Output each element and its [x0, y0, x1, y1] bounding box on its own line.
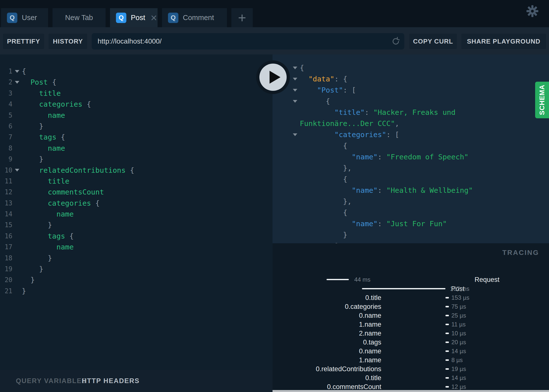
fold-arrow-slot: [290, 163, 300, 174]
code-text: {: [22, 66, 26, 77]
tracing-panel: TRACING Request44 msPost167 ms0.title153…: [273, 243, 549, 392]
trace-duration-bar: [445, 342, 449, 343]
editor-line: 11title: [0, 176, 273, 187]
schema-side-tab[interactable]: SCHEMA: [535, 82, 549, 118]
editor-line: 2Post {: [0, 77, 273, 88]
editor-footer-bar: QUERY VARIABLES HTTP HEADERS: [0, 370, 273, 392]
response-line: {: [273, 174, 549, 185]
response-text: "name": "Health & Wellbeing": [300, 185, 473, 196]
settings-gear-icon[interactable]: [526, 5, 539, 17]
response-line: "name": "Freedom of Speech": [273, 151, 549, 163]
fold-arrow-slot: [12, 198, 22, 209]
fold-arrow-slot: [12, 264, 22, 274]
fold-arrow-slot: [12, 154, 22, 165]
response-text: "Post": [: [300, 85, 356, 96]
line-number: 9: [0, 154, 12, 165]
close-tab-icon[interactable]: ×: [151, 13, 157, 23]
trace-field-label: 0.relatedContributions: [316, 365, 381, 373]
line-number: 14: [0, 209, 12, 220]
fold-arrow-icon[interactable]: [290, 129, 300, 140]
fold-arrow-icon[interactable]: [12, 66, 22, 77]
fold-arrow-slot: [290, 185, 300, 196]
trace-field-label: 0.tags: [363, 338, 381, 347]
line-number: 12: [0, 187, 12, 197]
code-text: categories {: [22, 198, 100, 209]
tracing-horizontal-scrollbar[interactable]: [273, 390, 549, 392]
response-line: "name": "Health & Wellbeing": [273, 185, 549, 196]
tracing-title: TRACING: [502, 249, 539, 257]
fold-arrow-slot: [12, 176, 22, 187]
response-line: },: [273, 196, 549, 207]
editor-line: 21}: [0, 286, 273, 296]
http-headers-tab[interactable]: HTTP HEADERS: [82, 370, 140, 392]
execute-query-button[interactable]: [256, 60, 290, 94]
reload-schema-icon[interactable]: [391, 37, 400, 46]
trace-duration-bar: [327, 279, 349, 280]
line-number: 6: [0, 121, 12, 132]
line-number: 7: [0, 132, 12, 143]
response-line: "data": {: [273, 74, 549, 85]
response-text: Funktionäre...Der CCC",: [300, 118, 399, 129]
fold-arrow-slot: [290, 107, 300, 118]
code-text: name: [22, 110, 65, 121]
line-number: 11: [0, 176, 12, 187]
copy-curl-button[interactable]: COPY CURL: [409, 34, 457, 49]
response-text: {: [300, 174, 347, 185]
graphql-playground-window: QUserNew TabQPost×QComment+ PRETTIFY HIS…: [0, 0, 549, 392]
response-line: },: [273, 163, 549, 174]
query-variables-tab[interactable]: QUERY VARIABLES: [16, 370, 87, 392]
trace-duration-value: 19 µs: [451, 365, 466, 373]
trace-field-label: 0.name: [359, 347, 381, 356]
trace-row: 0.name25 µs: [273, 311, 549, 320]
response-line: "categories": [: [273, 129, 549, 140]
trace-field-label: 0.categories: [345, 302, 381, 311]
fold-arrow-slot: [12, 88, 22, 99]
fold-arrow-icon[interactable]: [12, 165, 22, 176]
tab-user[interactable]: QUser: [1, 8, 48, 27]
query-editor[interactable]: 1{2Post {3title4categories {5name6}7tags…: [0, 54, 273, 370]
fold-arrow-slot: [290, 229, 300, 241]
line-number: 3: [0, 88, 12, 99]
fold-arrow-icon[interactable]: [290, 62, 300, 74]
tab-new-tab[interactable]: New Tab: [53, 8, 106, 27]
prettify-button[interactable]: PRETTIFY: [3, 34, 44, 49]
endpoint-url-input[interactable]: [92, 33, 404, 49]
history-button[interactable]: HISTORY: [49, 34, 87, 49]
response-line: }: [273, 229, 549, 241]
trace-row: 2.name10 µs: [273, 329, 549, 338]
response-line: "title": "Hacker, Freaks und: [273, 107, 549, 118]
editor-line: 1{: [0, 66, 273, 77]
trace-duration-bar: [445, 324, 449, 325]
fold-arrow-icon[interactable]: [290, 85, 300, 96]
tab-post[interactable]: QPost×: [110, 8, 158, 27]
line-number: 16: [0, 231, 12, 242]
trace-field-label: 0.name: [359, 311, 381, 320]
code-text: }: [22, 264, 43, 274]
trace-row: 0.title14 µs: [273, 373, 549, 382]
editor-line: 13categories {: [0, 198, 273, 209]
trace-field-label: 0.title: [365, 293, 381, 302]
editor-line: 3title: [0, 88, 273, 99]
new-tab-button[interactable]: +: [231, 8, 253, 27]
response-line: "name": "Just For Fun": [273, 218, 549, 229]
editor-line: 12commentsCount: [0, 187, 273, 197]
trace-duration-value: 20 µs: [451, 338, 466, 347]
fold-arrow-icon[interactable]: [12, 77, 22, 88]
line-number: 13: [0, 198, 12, 209]
trace-duration-value: 10 µs: [451, 329, 466, 338]
editor-line: 4categories {: [0, 99, 273, 110]
editor-line: 10relatedContributions {: [0, 165, 273, 176]
trace-duration-value: 11 µs: [451, 320, 466, 329]
fold-arrow-icon[interactable]: [290, 96, 300, 107]
fold-arrow-icon[interactable]: [290, 74, 300, 85]
code-text: tags {: [22, 231, 74, 242]
code-text: name: [22, 242, 74, 252]
trace-row: 0.relatedContributions19 µs: [273, 365, 549, 373]
response-text: "data": {: [300, 74, 347, 85]
schema-side-tab-label: SCHEMA: [538, 85, 546, 115]
share-playground-button[interactable]: SHARE PLAYGROUND: [461, 34, 546, 49]
editor-line: 14name: [0, 209, 273, 220]
tab-comment[interactable]: QComment: [162, 8, 227, 27]
trace-row: 0.title153 µs: [273, 293, 549, 302]
trace-row: 1.name8 µs: [273, 356, 549, 365]
